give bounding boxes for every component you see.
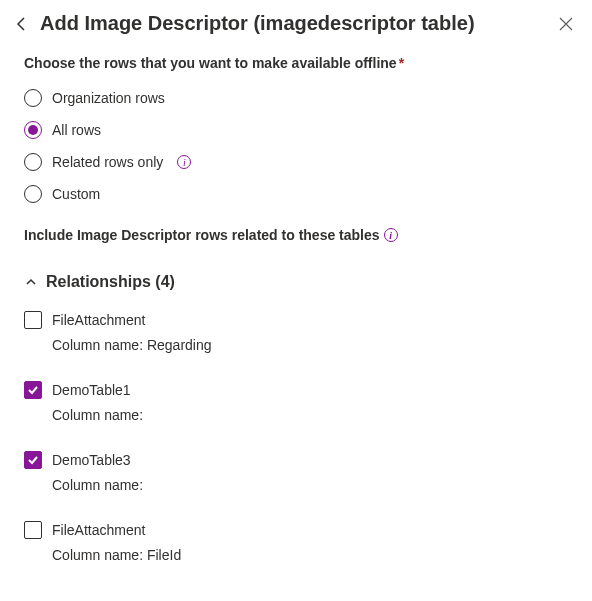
radio-icon — [24, 89, 42, 107]
dialog-content: Choose the rows that you want to make av… — [0, 55, 592, 563]
dialog-header: Add Image Descriptor (imagedescriptor ta… — [0, 0, 592, 55]
dialog-title: Add Image Descriptor (imagedescriptor ta… — [40, 12, 556, 35]
back-arrow-icon[interactable] — [12, 14, 32, 34]
relationship-name: DemoTable1 — [52, 382, 131, 398]
info-icon[interactable]: i — [177, 155, 191, 169]
chevron-up-icon — [24, 275, 38, 289]
relationship-name: FileAttachment — [52, 522, 145, 538]
relationship-column: Column name: — [52, 477, 568, 493]
info-icon[interactable]: i — [384, 228, 398, 242]
relationship-item: DemoTable1 Column name: — [24, 381, 568, 423]
radio-icon — [24, 153, 42, 171]
radio-label: Organization rows — [52, 90, 165, 106]
relationship-item: FileAttachment Column name: FileId — [24, 521, 568, 563]
radio-label: Custom — [52, 186, 100, 202]
relationship-name: DemoTable3 — [52, 452, 131, 468]
relationship-column: Column name: — [52, 407, 568, 423]
include-tables-text: Include Image Descriptor rows related to… — [24, 227, 380, 243]
required-asterisk: * — [399, 55, 404, 71]
radio-all-rows[interactable]: All rows — [24, 121, 568, 139]
checkbox-icon[interactable] — [24, 451, 42, 469]
rows-radio-group: Organization rows All rows Related rows … — [24, 89, 568, 203]
choose-rows-text: Choose the rows that you want to make av… — [24, 55, 397, 71]
checkbox-icon[interactable] — [24, 381, 42, 399]
radio-custom[interactable]: Custom — [24, 185, 568, 203]
radio-related-rows[interactable]: Related rows only i — [24, 153, 568, 171]
radio-label: All rows — [52, 122, 101, 138]
radio-organization-rows[interactable]: Organization rows — [24, 89, 568, 107]
checkbox-icon[interactable] — [24, 311, 42, 329]
radio-icon — [24, 121, 42, 139]
include-tables-label: Include Image Descriptor rows related to… — [24, 227, 568, 243]
relationship-checkbox-row[interactable]: DemoTable3 — [24, 451, 568, 469]
choose-rows-label: Choose the rows that you want to make av… — [24, 55, 568, 71]
relationships-toggle[interactable]: Relationships (4) — [24, 273, 568, 291]
relationship-item: FileAttachment Column name: Regarding — [24, 311, 568, 353]
relationships-title: Relationships (4) — [46, 273, 175, 291]
radio-icon — [24, 185, 42, 203]
checkbox-icon[interactable] — [24, 521, 42, 539]
relationship-checkbox-row[interactable]: DemoTable1 — [24, 381, 568, 399]
relationship-name: FileAttachment — [52, 312, 145, 328]
relationship-checkbox-row[interactable]: FileAttachment — [24, 521, 568, 539]
close-icon[interactable] — [556, 14, 576, 34]
relationship-column: Column name: FileId — [52, 547, 568, 563]
relationship-checkbox-row[interactable]: FileAttachment — [24, 311, 568, 329]
radio-label: Related rows only — [52, 154, 163, 170]
radio-dot-icon — [28, 125, 38, 135]
relationships-list: FileAttachment Column name: Regarding De… — [24, 311, 568, 563]
relationship-column: Column name: Regarding — [52, 337, 568, 353]
relationship-item: DemoTable3 Column name: — [24, 451, 568, 493]
